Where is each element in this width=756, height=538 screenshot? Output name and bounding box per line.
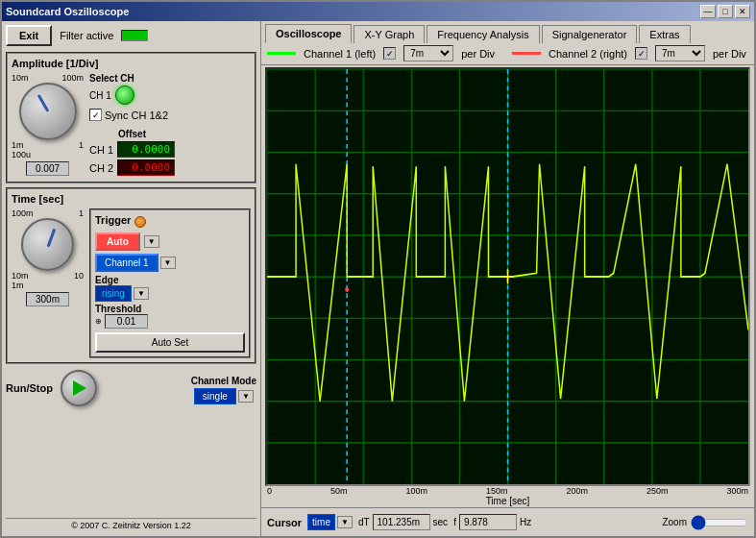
amp-label-1: 1 (79, 140, 84, 150)
f-field: f 9.878 Hz (453, 514, 531, 530)
trigger-auto-row: Auto ▼ (95, 232, 245, 251)
threshold-label: Threshold (95, 304, 141, 314)
main-content: Exit Filter active Amplitude [1/Div] 10m… (2, 21, 754, 536)
ch1-led (115, 86, 134, 105)
minimize-button[interactable]: — (700, 5, 716, 18)
time-value[interactable]: 300m (26, 292, 69, 306)
time-knob[interactable] (21, 218, 74, 271)
offset-area: Offset CH 1 0.0000 CH 2 0.0000 (89, 129, 175, 178)
dt-label: dT (358, 517, 370, 527)
channel-mode-select[interactable]: single (194, 388, 236, 404)
edge-arrow[interactable]: ▼ (134, 287, 149, 300)
sync-checkbox[interactable]: ✓ (89, 109, 102, 121)
tab-frequency-analysis[interactable]: Frequency Analysis (427, 25, 539, 43)
left-panel: Exit Filter active Amplitude [1/Div] 10m… (2, 21, 261, 536)
top-controls: Exit Filter active (6, 25, 256, 46)
filter-label: Filter active (60, 30, 113, 41)
time-label-1: 1 (79, 208, 84, 218)
amplitude-controls: 10m 100m 1m 1 100u 0.007 (12, 73, 251, 178)
cursor-mode-arrow[interactable]: ▼ (337, 516, 353, 528)
x-label-200m: 200m (566, 486, 588, 496)
cursor-mode-select[interactable]: time (307, 514, 335, 530)
amp-label-100m: 100m (61, 73, 84, 83)
cursor-label: Cursor (267, 517, 302, 528)
f-value[interactable]: 9.878 (459, 514, 517, 530)
offset-title: Offset (89, 129, 175, 139)
amplitude-knob-col: 10m 100m 1m 1 100u 0.007 (12, 73, 84, 178)
threshold-value-row: ⊕ 0.01 (95, 314, 245, 329)
ch2-legend-checkbox[interactable]: ✓ (635, 47, 647, 60)
trigger-channel-button[interactable]: Channel 1 (95, 254, 159, 272)
time-label-10: 10 (74, 271, 84, 281)
ch2-offset-row: CH 2 0.0000 (89, 159, 175, 176)
trigger-channel-row: Channel 1 ▼ (95, 254, 245, 272)
play-icon (73, 380, 86, 396)
ch2-offset-label: CH 2 (89, 162, 113, 174)
amp-label-100u: 100u (12, 150, 84, 159)
time-label-10m: 10m (12, 271, 29, 281)
bottom-bar: Cursor time ▼ dT 101.235m sec f 9.878 Hz… (261, 507, 754, 536)
zoom-label: Zoom (662, 517, 687, 527)
x-label-100m: 100m (405, 486, 427, 496)
edge-label: Edge (95, 275, 245, 285)
trigger-auto-button[interactable]: Auto (95, 232, 140, 251)
run-stop-button[interactable] (61, 370, 97, 406)
close-button[interactable]: ✕ (735, 5, 750, 18)
tab-signal-generator[interactable]: Signalgenerator (542, 25, 638, 43)
dt-value[interactable]: 101.235m (373, 514, 430, 530)
ch1-offset-row: CH 1 0.0000 (89, 141, 175, 158)
ch1-offset-value[interactable]: 0.0000 (117, 141, 175, 158)
x-label-300m: 300m (726, 486, 748, 496)
main-window: Soundcard Oszilloscope — □ ✕ Exit Filter… (0, 0, 756, 538)
ch1-legend-label: Channel 1 (left) (304, 48, 376, 60)
window-controls: — □ ✕ (700, 5, 750, 18)
threshold-slider[interactable]: ⊕ (95, 317, 102, 326)
tab-oscilloscope[interactable]: Oscilloscope (265, 24, 352, 43)
amplitude-section: Amplitude [1/Div] 10m 100m 1m 1 (6, 52, 256, 183)
oscilloscope-canvas[interactable] (265, 67, 750, 486)
amplitude-title: Amplitude [1/Div] (12, 58, 251, 69)
tab-extras[interactable]: Extras (639, 25, 690, 43)
f-label: f (453, 517, 456, 527)
copyright-text: © 2007 C. Zeitnitz Version 1.22 (6, 518, 256, 532)
auto-set-button[interactable]: Auto Set (95, 332, 245, 353)
x-label-150m: 150m (486, 486, 508, 496)
threshold-value[interactable]: 0.01 (105, 314, 148, 329)
time-bottom-labels: 10m 10 (12, 271, 84, 281)
trigger-title: Trigger (95, 214, 131, 226)
select-ch-label: Select CH (89, 73, 175, 84)
amplitude-right-col: Select CH CH 1 ✓ Sync CH 1&2 Offset (89, 73, 175, 178)
maximize-button[interactable]: □ (718, 5, 733, 18)
x-label-250m: 250m (646, 486, 669, 496)
time-label-100m: 100m (12, 208, 34, 218)
waveform-svg (267, 69, 748, 484)
zoom-slider[interactable] (691, 515, 748, 530)
knob-indicator (37, 94, 49, 112)
ch1-legend-checkbox[interactable]: ✓ (383, 47, 396, 60)
amp-label-1m: 1m (12, 140, 24, 150)
ch2-per-div-select[interactable]: 7m1m10m100m (655, 45, 705, 61)
ch2-offset-value[interactable]: 0.0000 (117, 159, 175, 176)
time-section: Time [sec] 100m 1 10m 10 (6, 187, 256, 364)
trigger-section: Trigger Auto ▼ Channel 1 ▼ Edge (89, 208, 251, 358)
time-controls: 100m 1 10m 10 1m 300m (12, 208, 251, 358)
tab-xy-graph[interactable]: X-Y Graph (354, 25, 425, 43)
ch1-per-div-select[interactable]: 7m1m10m100m (403, 45, 453, 61)
amplitude-value[interactable]: 0.007 (26, 161, 69, 176)
x-label-50m: 50m (330, 486, 348, 496)
edge-select[interactable]: rising (95, 285, 132, 302)
time-title: Time [sec] (12, 193, 251, 205)
tabs-bar: Oscilloscope X-Y Graph Frequency Analysi… (261, 21, 754, 42)
exit-button[interactable]: Exit (6, 25, 52, 46)
trigger-mode-arrow[interactable]: ▼ (144, 235, 159, 248)
ch1-label: CH 1 (89, 90, 111, 101)
ch1-line-icon (267, 52, 296, 55)
time-knob-indicator (46, 229, 56, 248)
window-title: Soundcard Oszilloscope (6, 6, 129, 17)
amplitude-knob[interactable] (19, 83, 77, 140)
right-panel: Oscilloscope X-Y Graph Frequency Analysi… (261, 21, 754, 536)
edge-area: Edge rising ▼ (95, 275, 245, 302)
trigger-channel-arrow[interactable]: ▼ (160, 257, 176, 269)
ch1-per-div-unit: per Div (461, 48, 495, 60)
channel-mode-arrow[interactable]: ▼ (238, 390, 254, 403)
